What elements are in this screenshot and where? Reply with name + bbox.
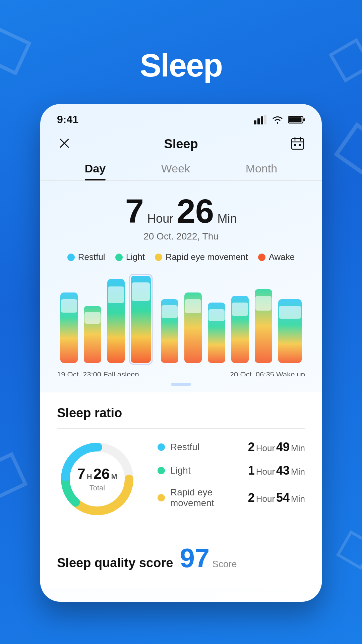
tabs: Day Week Month (40, 155, 322, 181)
ratio-light: Light 1 Hour 43 Min (158, 464, 305, 478)
svg-rect-13 (294, 144, 296, 146)
svg-rect-2 (261, 116, 263, 124)
svg-rect-22 (132, 282, 150, 301)
ratio-restful-dot (158, 443, 165, 451)
svg-rect-35 (279, 306, 301, 319)
sleep-hours-label: Hour (147, 212, 173, 226)
header-title: Sleep (164, 137, 198, 151)
ratio-rem-hours: 2 (248, 491, 255, 505)
svg-rect-29 (208, 309, 225, 321)
ratio-restful-hours-label: Hour (256, 443, 275, 453)
chart-labels: 19 Oct, 23:00 Fall asleep 20 Oct, 06:35 … (54, 368, 308, 376)
score-value: 97 (180, 543, 209, 574)
donut-h-label: H (87, 472, 92, 481)
ratio-rem-dot (158, 494, 165, 501)
chart-svg (54, 272, 308, 366)
ratio-light-label: Light (170, 465, 243, 476)
light-label: Light (126, 252, 145, 262)
phone-card: 9:41 (40, 104, 322, 602)
ratio-rem-minutes-label: Min (291, 494, 305, 504)
sleep-duration: 7 Hour 26 Min (57, 194, 305, 228)
ratio-rem-label: Rapid eyemovement (170, 487, 243, 508)
sleep-ratio-title: Sleep ratio (57, 406, 305, 420)
ratio-restful-minutes-label: Min (291, 443, 305, 453)
sleep-minutes-number: 26 (177, 194, 214, 228)
ratio-light-hours-label: Hour (256, 467, 275, 477)
battery-icon (288, 115, 305, 124)
ratio-restful-label: Restful (170, 442, 243, 452)
sleep-minutes-label: Min (217, 212, 237, 226)
rem-label: Rapid eye movement (166, 252, 248, 262)
score-row: Sleep quality score 97 Score (57, 543, 305, 578)
legend-restful: Restful (67, 252, 105, 262)
restful-label: Restful (78, 252, 105, 262)
sleep-chart: 19 Oct, 23:00 Fall asleep 20 Oct, 06:35 … (40, 269, 322, 376)
signal-icon (254, 115, 267, 124)
ratio-rem-minutes: 54 (276, 491, 290, 505)
ratio-content: 7 H 26 M Total Restful 2 Hour (57, 439, 305, 519)
app-header: Sleep (40, 129, 322, 155)
ratio-light-minutes: 43 (276, 464, 290, 478)
tab-month[interactable]: Month (246, 162, 278, 180)
wifi-icon (272, 115, 284, 124)
page-title: Sleep (0, 0, 362, 84)
donut-m-label: M (111, 472, 117, 481)
fall-asleep-label: 19 Oct, 23:00 Fall asleep (57, 370, 139, 376)
svg-rect-31 (232, 303, 248, 316)
status-time: 9:41 (57, 113, 78, 126)
ratio-light-minutes-label: Min (291, 467, 305, 477)
close-button[interactable] (57, 136, 72, 152)
legend-rem: Rapid eye movement (155, 252, 248, 262)
restful-dot (67, 254, 75, 261)
svg-rect-33 (255, 296, 272, 311)
calendar-button[interactable] (290, 136, 305, 152)
svg-rect-5 (289, 117, 302, 122)
score-title: Sleep quality score (57, 556, 173, 570)
ratio-restful-minutes: 49 (276, 440, 290, 454)
section-divider (57, 428, 305, 429)
scroll-dot (171, 383, 191, 386)
donut-total-label: Total (77, 484, 117, 492)
tab-week[interactable]: Week (161, 162, 190, 180)
svg-rect-14 (299, 144, 301, 146)
ratio-restful-value: 2 Hour 49 Min (248, 440, 305, 454)
donut-center: 7 H 26 M Total (77, 466, 117, 492)
status-bar: 9:41 (40, 104, 322, 129)
wake-up-label: 20 Oct, 06:35 Wake up (230, 370, 305, 376)
tab-day[interactable]: Day (85, 162, 106, 180)
svg-rect-3 (264, 115, 266, 124)
donut-hours: 7 (77, 466, 85, 482)
legend-light: Light (115, 252, 145, 262)
sleep-date: 20 Oct. 2022, Thu (57, 231, 305, 242)
svg-rect-6 (303, 118, 305, 121)
sleep-hours-number: 7 (125, 194, 144, 228)
donut-minutes: 26 (94, 466, 110, 482)
status-icons (254, 115, 305, 124)
awake-label: Awake (269, 252, 295, 262)
ratio-restful: Restful 2 Hour 49 Min (158, 440, 305, 454)
ratio-rem-hours-label: Hour (256, 494, 275, 504)
ratio-light-value: 1 Hour 43 Min (248, 464, 305, 478)
ratio-light-dot (158, 467, 165, 474)
score-label: Score (212, 559, 237, 570)
ratio-rem-value: 2 Hour 54 Min (248, 491, 305, 505)
svg-rect-25 (162, 305, 178, 318)
rem-dot (155, 254, 162, 261)
ratio-rem: Rapid eyemovement 2 Hour 54 Min (158, 487, 305, 508)
legend-awake: Awake (258, 252, 295, 262)
ratio-light-hours: 1 (248, 464, 255, 478)
svg-rect-1 (257, 118, 260, 124)
awake-dot (258, 254, 265, 261)
svg-rect-16 (61, 299, 77, 313)
donut-chart: 7 H 26 M Total (57, 439, 137, 519)
ratio-restful-hours: 2 (248, 440, 255, 454)
svg-rect-27 (185, 299, 201, 313)
sleep-summary: 7 Hour 26 Min 20 Oct. 2022, Thu (40, 181, 322, 245)
ratio-list: Restful 2 Hour 49 Min Light 1 Hour (158, 440, 305, 518)
scroll-indicator (40, 376, 322, 389)
svg-rect-18 (84, 312, 101, 324)
sleep-quality-section: Sleep quality score 97 Score (40, 533, 322, 588)
sleep-ratio-section: Sleep ratio 7 H (40, 392, 322, 533)
svg-rect-20 (108, 286, 124, 303)
donut-time: 7 H 26 M (77, 466, 117, 482)
